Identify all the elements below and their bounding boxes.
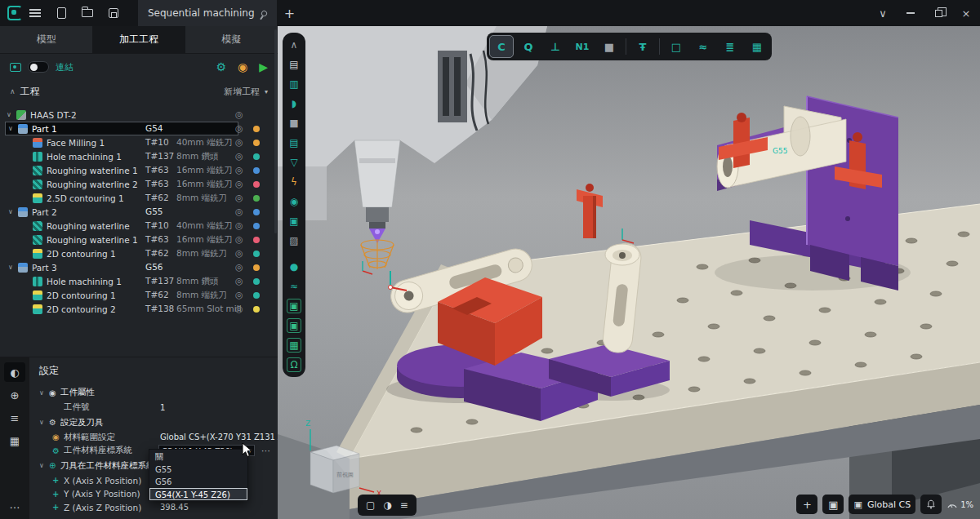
record-icon[interactable]: ● [287,260,301,274]
machine-box-icon[interactable]: ▣ [287,214,301,228]
stock-icon[interactable]: Q [516,35,541,58]
tree-row[interactable]: Face Milling 1T#1040mm 端銑刀◎ [0,135,278,149]
new-tab-button[interactable]: + [277,0,303,26]
menu-button[interactable] [22,0,48,26]
filter-icon[interactable]: ▽ [287,155,301,170]
transform-icon[interactable]: ⊕ [4,385,25,405]
tab-模擬[interactable]: 模擬 [185,26,278,53]
tree-row[interactable]: Hole machining 1T#1378mm 鑽頭◎ [0,274,278,288]
restore-button[interactable] [924,0,952,26]
tab-加工工程[interactable]: 加工工程 [92,26,185,53]
tree-row[interactable]: ∨Part 2G55◎ [0,205,278,219]
monitor-icon[interactable]: □ [664,35,688,58]
dropdown-option[interactable]: G54(X-1 Y-45 Z26) [149,488,247,501]
dropdown-option[interactable]: G55 [149,463,247,476]
tree-row[interactable]: Hole machining 1T#1378mm 鑽頭◎ [0,149,278,163]
chevron-down-icon[interactable]: ∨ [8,125,18,132]
visibility-icon[interactable]: ◎ [235,219,243,233]
close-button[interactable]: × [952,0,980,26]
simulate-eye-icon[interactable]: ◉ [238,60,247,73]
visibility-icon[interactable]: ◎ [235,260,243,274]
document-tab[interactable]: Sequential machining [138,0,277,26]
settings-value[interactable]: Global CS+(X-270 Y31 Z131 A [160,432,278,441]
notifications-button[interactable] [920,495,942,514]
chevron-down-icon[interactable]: ∨ [39,389,49,397]
tab-模型[interactable]: 模型 [0,26,92,53]
stock-box-icon[interactable]: ■ [597,35,621,58]
list-icon[interactable]: ≡ [4,408,25,428]
global-cs-button[interactable]: ▣ Global CS [849,495,915,514]
snapshot-icon[interactable]: ▣ [287,299,301,313]
report-icon[interactable]: ▥ [287,77,301,91]
pin-icon[interactable] [260,9,268,17]
chevron-down-icon[interactable]: ∨ [8,208,18,215]
chevron-down-icon[interactable]: ∨ [39,419,49,426]
simulation-icon[interactable]: ϟ [287,175,301,189]
visibility-icon[interactable]: ◎ [235,149,243,163]
open-file-button[interactable] [74,0,100,26]
collapse-icon[interactable]: ∧ [10,87,16,95]
titlebar-chevron[interactable]: ∨ [869,0,897,26]
printer-icon[interactable]: ▤ [287,57,301,72]
tool-holder-icon[interactable]: Ŧ [630,35,655,58]
gear-icon[interactable]: ⚙ [216,60,226,73]
grid-icon[interactable]: ▦ [745,35,769,58]
visibility-icon[interactable]: ◎ [235,246,243,260]
minimize-button[interactable] [897,0,924,26]
select-cube-icon[interactable]: ▢ [366,499,375,511]
tree-row[interactable]: Roughing waterline 1T#6316mm 端銑刀◎ [0,163,278,177]
more-icon[interactable]: … [4,495,25,514]
coordinate-system-icon[interactable]: C [489,35,514,58]
play-icon[interactable]: ▶ [259,60,268,73]
tree-row[interactable]: ∨Part 3G56◎ [0,260,278,274]
new-file-button[interactable] [48,0,74,26]
stock-small-icon[interactable]: ■ [287,116,301,131]
visibility-icon[interactable]: ◎ [235,135,243,149]
settings-value[interactable]: 1 [160,403,165,412]
visibility-icon[interactable]: ◎ [235,122,243,135]
probe-icon[interactable]: ◉ [287,194,301,209]
save-button[interactable] [100,0,127,26]
tree-row[interactable]: 2D contouring 2T#13865mm Slot mill◎ [0,302,278,316]
viewport[interactable]: G55 前視圖 Z X CQ⊥N1■Ŧ□≈≣▦ ∧▤▥◗■▤▽ϟ◉▣▨●≈▣▣▦… [278,26,980,519]
layers-icon[interactable]: ≣ [718,35,742,58]
levels-icon[interactable]: ▤ [287,135,301,150]
viewport-canvas[interactable]: G55 前視圖 Z X [278,26,980,519]
visibility-icon[interactable]: ◎ [235,177,243,191]
image-icon[interactable]: ▣ [287,318,301,333]
chevron-down-icon[interactable]: ∨ [8,264,18,271]
table-icon[interactable]: ▦ [4,431,25,450]
scroll-up-icon[interactable]: ∧ [287,38,301,52]
tree-row[interactable]: 2D contouring 1T#628mm 端銑刀◎ [0,288,278,302]
tree-row[interactable]: Roughing waterline 1T#6316mm 端銑刀◎ [0,233,278,246]
add-button[interactable]: + [796,495,817,514]
tree-row[interactable]: Roughing waterlineT#1040mm 端銑刀◎ [0,219,278,233]
nc-program-icon[interactable]: N1 [570,35,595,58]
coolant-icon[interactable]: ◗ [287,96,301,111]
spline-icon[interactable]: ≈ [287,279,301,294]
tree-row[interactable]: 2.5D contouring 1T#628mm 端銑刀◎ [0,191,278,205]
visibility-icon[interactable]: ◎ [235,205,243,219]
magnet-icon[interactable]: Ω [287,357,301,372]
settings-value[interactable]: 398.45 [160,503,189,512]
shading-icon[interactable]: ◑ [383,499,391,511]
tree-scrollbar[interactable] [274,29,277,233]
more-options-button[interactable]: ⋯ [261,446,271,456]
add-operation-button[interactable]: 新增工程 ▾ [224,86,268,98]
visibility-icon[interactable]: ◎ [235,288,243,302]
grid-green-icon[interactable]: ▦ [287,338,301,353]
tree-row[interactable]: 2D contouring 1T#628mm 端銑刀◎ [0,246,278,260]
view-sphere-icon[interactable]: ◐ [4,362,25,382]
tree-row[interactable]: ∨HAAS DT-2◎ [0,108,278,122]
chevron-down-icon[interactable]: ∨ [39,462,49,469]
tree-row[interactable]: Roughing waterline 2T#6316mm 端銑刀◎ [0,177,278,191]
visibility-icon[interactable]: ◎ [235,233,243,246]
tree-row[interactable]: ∨Part 1G54◎ [0,122,278,135]
visibility-icon[interactable]: ◎ [235,108,243,122]
visibility-icon[interactable]: ◎ [235,302,243,316]
visibility-icon[interactable]: ◎ [235,163,243,177]
chevron-down-icon[interactable]: ∨ [7,111,16,118]
dropdown-option[interactable]: 關 [149,450,247,463]
display-layers-icon[interactable]: ≡ [400,499,408,511]
tool-probe-icon[interactable]: ⊥ [543,35,568,58]
